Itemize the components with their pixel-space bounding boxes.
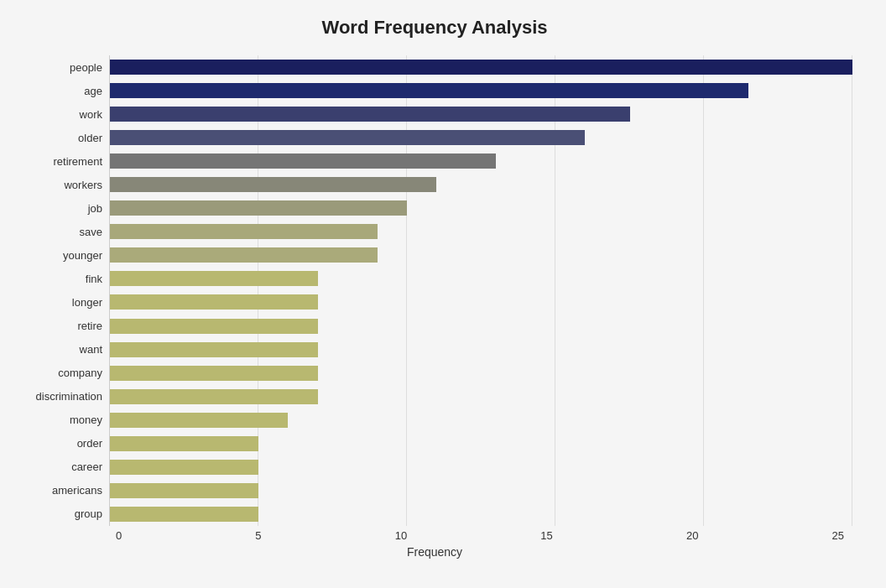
x-axis-label: Frequency — [17, 545, 852, 559]
chart-title: Word Frequency Analysis — [17, 17, 852, 39]
bar — [110, 60, 852, 75]
bar — [110, 436, 258, 451]
chart-container: Word Frequency Analysis peopleageworkold… — [0, 0, 886, 588]
y-label: retirement — [53, 156, 102, 167]
bar — [110, 200, 407, 216]
bar — [110, 389, 318, 404]
y-label: younger — [63, 250, 102, 261]
bar-row — [110, 105, 852, 123]
bar — [110, 83, 748, 98]
bar-row — [110, 175, 852, 194]
bar-row — [110, 341, 852, 359]
y-label: job — [88, 203, 102, 214]
bar-row — [110, 434, 852, 453]
bar-row — [110, 81, 852, 100]
bar-row — [110, 458, 852, 476]
bar-row — [110, 269, 852, 288]
bar-row — [110, 246, 852, 264]
y-label: order — [77, 438, 102, 449]
y-label: career — [71, 461, 102, 472]
x-tick-0: 0 — [116, 529, 122, 542]
bar-row — [110, 152, 852, 170]
y-label: age — [84, 86, 102, 96]
y-label: people — [70, 62, 102, 73]
bar-row — [110, 293, 852, 311]
x-tick-5: 5 — [255, 529, 261, 542]
bar — [110, 177, 436, 192]
y-label: money — [70, 414, 102, 425]
plot-area — [109, 55, 852, 526]
bar-row — [110, 481, 852, 500]
y-label: americans — [52, 485, 102, 496]
bar — [110, 366, 318, 381]
bar-row — [110, 222, 852, 241]
y-label: fink — [86, 273, 102, 284]
bar-row — [110, 199, 852, 217]
y-label: want — [80, 344, 102, 355]
bar-row — [110, 505, 852, 523]
y-label: group — [75, 508, 102, 519]
bar — [110, 154, 496, 169]
bar — [110, 413, 288, 428]
y-label: company — [58, 367, 102, 378]
bar — [110, 294, 318, 310]
bar-row — [110, 128, 852, 147]
y-label: longer — [72, 297, 102, 308]
y-axis: peopleageworkolderretirementworkersjobsa… — [17, 55, 109, 526]
bar-row — [110, 388, 852, 406]
x-tick-25: 25 — [832, 529, 844, 542]
y-label: retire — [77, 320, 102, 331]
bar-row — [110, 58, 852, 76]
bar — [110, 247, 378, 263]
x-tick-20: 20 — [686, 529, 698, 542]
y-label: save — [80, 226, 102, 237]
y-label: workers — [64, 180, 102, 190]
bar — [110, 342, 318, 357]
bar — [110, 107, 630, 122]
x-tick-10: 10 — [395, 529, 407, 542]
x-tick-15: 15 — [540, 529, 552, 542]
bar — [110, 460, 258, 475]
bar — [110, 271, 318, 286]
bar — [110, 130, 585, 145]
bar — [110, 483, 258, 498]
y-label: discrimination — [36, 391, 102, 402]
bar-row — [110, 364, 852, 382]
bar — [110, 319, 318, 334]
bar-row — [110, 317, 852, 336]
bar-row — [110, 411, 852, 429]
bar — [110, 224, 378, 239]
bar — [110, 507, 258, 522]
y-label: work — [80, 109, 102, 120]
y-label: older — [78, 133, 102, 143]
